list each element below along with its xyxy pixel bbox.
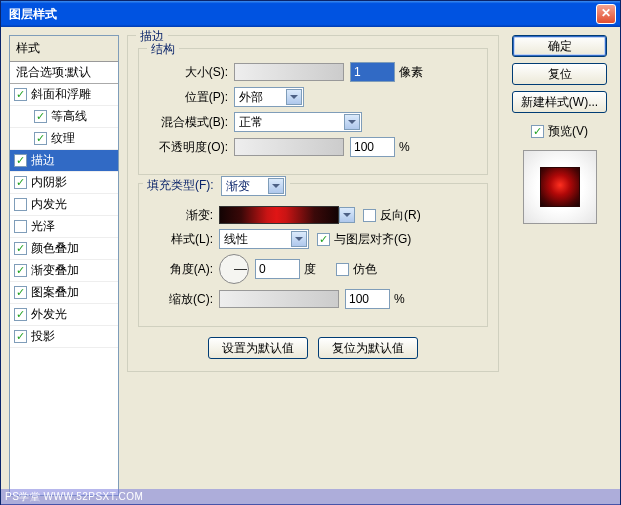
- style-checkbox[interactable]: [14, 198, 27, 211]
- style-checkbox[interactable]: [14, 264, 27, 277]
- reverse-checkbox[interactable]: [363, 209, 376, 222]
- style-checkbox[interactable]: [14, 154, 27, 167]
- style-label: 样式(L):: [149, 231, 219, 248]
- blendmode-select[interactable]: 正常: [234, 112, 362, 132]
- preview-box: [523, 150, 597, 224]
- blendmode-label: 混合模式(B):: [149, 114, 234, 131]
- style-checkbox[interactable]: [14, 308, 27, 321]
- align-label: 与图层对齐(G): [334, 231, 411, 248]
- filltype-label: 填充类型(F):: [147, 178, 214, 192]
- style-item[interactable]: 纹理: [10, 128, 118, 150]
- preview-label: 预览(V): [548, 123, 588, 140]
- styles-header: 样式: [10, 36, 118, 62]
- dither-label: 仿色: [353, 261, 377, 278]
- cancel-button[interactable]: 复位: [512, 63, 607, 85]
- dither-checkbox[interactable]: [336, 263, 349, 276]
- angle-input[interactable]: [255, 259, 300, 279]
- size-label: 大小(S):: [149, 64, 234, 81]
- style-item-label: 斜面和浮雕: [31, 86, 91, 103]
- style-item-label: 纹理: [51, 130, 75, 147]
- style-item[interactable]: 投影: [10, 326, 118, 348]
- ok-button[interactable]: 确定: [512, 35, 607, 57]
- size-unit: 像素: [399, 64, 423, 81]
- reset-default-button[interactable]: 复位为默认值: [318, 337, 418, 359]
- scale-unit: %: [394, 292, 405, 306]
- set-default-button[interactable]: 设置为默认值: [208, 337, 308, 359]
- new-style-button[interactable]: 新建样式(W)...: [512, 91, 607, 113]
- scale-label: 缩放(C):: [149, 291, 219, 308]
- close-button[interactable]: ✕: [596, 4, 616, 24]
- preview-checkbox[interactable]: [531, 125, 544, 138]
- style-item-label: 内发光: [31, 196, 67, 213]
- right-panel: 确定 复位 新建样式(W)... 预览(V): [507, 35, 612, 496]
- style-item-label: 图案叠加: [31, 284, 79, 301]
- angle-unit: 度: [304, 261, 316, 278]
- stroke-panel: 描边 结构 大小(S): 像素 位置(P): 外部: [127, 35, 499, 496]
- style-item-label: 光泽: [31, 218, 55, 235]
- style-select[interactable]: 线性: [219, 229, 309, 249]
- titlebar: 图层样式 ✕: [1, 1, 620, 27]
- style-item-label: 投影: [31, 328, 55, 345]
- style-item[interactable]: 内阴影: [10, 172, 118, 194]
- position-select[interactable]: 外部: [234, 87, 304, 107]
- style-item[interactable]: 等高线: [10, 106, 118, 128]
- angle-dial[interactable]: [219, 254, 249, 284]
- filltype-select[interactable]: 渐变: [221, 176, 286, 196]
- watermark: PS学堂 WWW.52PSXT.COM: [1, 489, 620, 505]
- structure-title: 结构: [147, 41, 179, 58]
- style-checkbox[interactable]: [14, 88, 27, 101]
- style-checkbox[interactable]: [14, 330, 27, 343]
- reverse-label: 反向(R): [380, 207, 421, 224]
- style-item-label: 外发光: [31, 306, 67, 323]
- chevron-down-icon: [339, 207, 355, 223]
- style-item-label: 渐变叠加: [31, 262, 79, 279]
- opacity-slider[interactable]: [234, 138, 344, 156]
- window-title: 图层样式: [5, 6, 596, 23]
- style-item-label: 颜色叠加: [31, 240, 79, 257]
- style-checkbox[interactable]: [14, 220, 27, 233]
- style-checkbox[interactable]: [34, 110, 47, 123]
- style-checkbox[interactable]: [14, 286, 27, 299]
- style-item[interactable]: 描边: [10, 150, 118, 172]
- style-item[interactable]: 颜色叠加: [10, 238, 118, 260]
- size-input[interactable]: [350, 62, 395, 82]
- angle-label: 角度(A):: [149, 261, 219, 278]
- fill-group: 填充类型(F): 渐变 渐变: 反向(R) 样: [138, 183, 488, 327]
- style-item-label: 内阴影: [31, 174, 67, 191]
- style-item[interactable]: 内发光: [10, 194, 118, 216]
- preview-swatch: [540, 167, 580, 207]
- gradient-label: 渐变:: [149, 207, 219, 224]
- structure-group: 结构 大小(S): 像素 位置(P): 外部 混合模式(B):: [138, 48, 488, 175]
- chevron-down-icon: [344, 114, 360, 130]
- opacity-input[interactable]: [350, 137, 395, 157]
- chevron-down-icon: [291, 231, 307, 247]
- stroke-outer-group: 描边 结构 大小(S): 像素 位置(P): 外部: [127, 35, 499, 372]
- style-checkbox[interactable]: [14, 176, 27, 189]
- align-checkbox[interactable]: [317, 233, 330, 246]
- style-item-label: 描边: [31, 152, 55, 169]
- blend-options-row[interactable]: 混合选项:默认: [10, 62, 118, 84]
- scale-slider[interactable]: [219, 290, 339, 308]
- style-item[interactable]: 渐变叠加: [10, 260, 118, 282]
- styles-list: 样式 混合选项:默认 斜面和浮雕等高线纹理描边内阴影内发光光泽颜色叠加渐变叠加图…: [9, 35, 119, 496]
- gradient-picker[interactable]: [219, 206, 339, 224]
- opacity-label: 不透明度(O):: [149, 139, 234, 156]
- style-item[interactable]: 斜面和浮雕: [10, 84, 118, 106]
- size-slider[interactable]: [234, 63, 344, 81]
- style-item[interactable]: 外发光: [10, 304, 118, 326]
- style-item[interactable]: 光泽: [10, 216, 118, 238]
- position-label: 位置(P):: [149, 89, 234, 106]
- style-item[interactable]: 图案叠加: [10, 282, 118, 304]
- opacity-unit: %: [399, 140, 410, 154]
- chevron-down-icon: [286, 89, 302, 105]
- chevron-down-icon: [268, 178, 284, 194]
- style-item-label: 等高线: [51, 108, 87, 125]
- style-checkbox[interactable]: [14, 242, 27, 255]
- scale-input[interactable]: [345, 289, 390, 309]
- style-checkbox[interactable]: [34, 132, 47, 145]
